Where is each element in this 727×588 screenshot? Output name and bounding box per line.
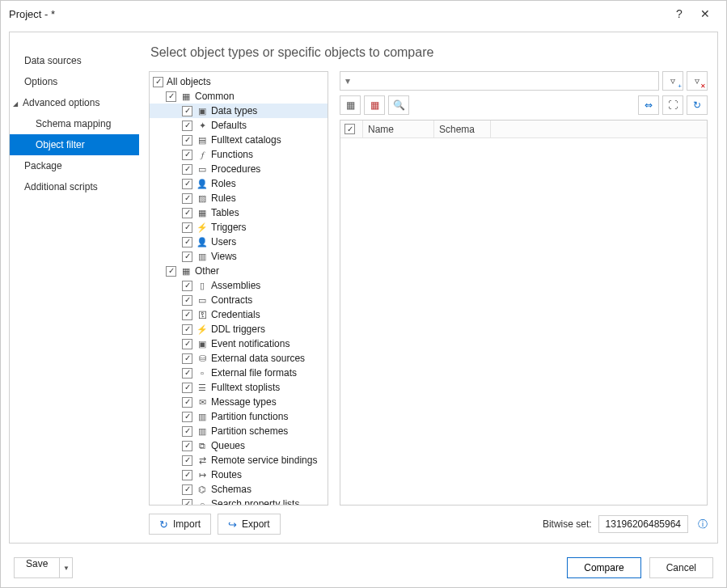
tree-node[interactable]: ⚡DDL triggers [150, 322, 328, 336]
tree-node[interactable]: ⇄Remote service bindings [150, 453, 328, 467]
filter-input[interactable]: ▾ [340, 71, 659, 91]
checkbox[interactable] [182, 397, 192, 408]
checkbox[interactable] [182, 252, 192, 262]
tree-node[interactable]: ▣Data types [150, 104, 328, 118]
checkbox[interactable] [182, 281, 192, 291]
tree-node[interactable]: ✦Defaults [150, 118, 328, 133]
tree-node[interactable]: ▯Assemblies [150, 278, 328, 293]
tree-node[interactable]: ▣Event notifications [150, 336, 328, 351]
tree-node[interactable]: ▭Contracts [150, 293, 328, 307]
import-label: Import [173, 518, 201, 530]
nav-data-sources[interactable]: Data sources [10, 50, 139, 71]
checkbox[interactable] [182, 310, 192, 320]
tree-node[interactable]: 👤Roles [150, 176, 328, 191]
tree-label: Common [195, 91, 235, 102]
tree-node[interactable]: ▫External file formats [150, 366, 328, 380]
checkbox[interactable] [182, 484, 192, 495]
tree-label: Remote service bindings [211, 455, 317, 466]
clear-filter-button[interactable]: ▿✕ [687, 71, 708, 91]
tree-node[interactable]: ▦Common [150, 89, 328, 104]
tree-node[interactable]: ▨Rules [150, 191, 328, 205]
tree-node[interactable]: ⌬Schemas [150, 482, 328, 497]
tree-node[interactable]: ⚡Triggers [150, 220, 328, 235]
checkbox[interactable] [153, 77, 163, 87]
checkbox[interactable] [182, 164, 192, 175]
save-button[interactable]: Save ▼ [14, 557, 73, 578]
tree-label: All objects [167, 76, 211, 87]
refresh-button[interactable]: ↻ [687, 95, 708, 115]
search-icon: 🔍 [393, 99, 405, 111]
search-button[interactable]: 🔍 [388, 95, 409, 115]
tree-node[interactable]: ▦Other [150, 264, 328, 278]
checkbox[interactable] [182, 295, 192, 306]
tree-node[interactable]: ✉Message types [150, 395, 328, 409]
tree-node[interactable]: 𝑓Functions [150, 147, 328, 162]
close-button[interactable]: ✕ [692, 7, 718, 20]
tree-node[interactable]: ☰Fulltext stoplists [150, 380, 328, 395]
checkbox[interactable] [182, 339, 192, 349]
checkbox[interactable] [182, 222, 192, 233]
tree-node[interactable]: ▥Views [150, 249, 328, 264]
nav-advanced-options[interactable]: Advanced options [10, 92, 139, 113]
checkbox[interactable] [166, 91, 176, 102]
type-icon: ▣ [196, 337, 209, 350]
nav-package[interactable]: Package [10, 155, 139, 176]
tree-node[interactable]: 👤Users [150, 235, 328, 249]
tree-node[interactable]: ▥Partition functions [150, 409, 328, 424]
grid-toggle-2-button[interactable]: ▦ [364, 95, 385, 115]
tree-node[interactable]: ⛁External data sources [150, 351, 328, 366]
header-checkbox[interactable] [344, 124, 355, 134]
nav-additional-scripts[interactable]: Additional scripts [10, 176, 139, 197]
results-grid[interactable]: Name Schema [340, 120, 708, 506]
tree-node[interactable]: ↦Routes [150, 467, 328, 482]
cancel-button[interactable]: Cancel [649, 557, 713, 578]
nav-schema-mapping[interactable]: Schema mapping [10, 113, 139, 134]
checkbox[interactable] [182, 470, 192, 480]
funnel-icon: ▾ [345, 75, 350, 87]
nav-object-filter[interactable]: Object filter [10, 134, 139, 155]
checkbox[interactable] [182, 193, 192, 204]
grid-toggle-1-button[interactable]: ▦ [340, 95, 361, 115]
checkbox[interactable] [182, 106, 192, 116]
checkbox[interactable] [182, 368, 192, 379]
nav-options[interactable]: Options [10, 71, 139, 92]
select-all-button[interactable]: ⛶ [662, 95, 683, 115]
checkbox[interactable] [182, 324, 192, 335]
import-button[interactable]: ↻ Import [149, 514, 211, 535]
checkbox[interactable] [182, 426, 192, 437]
tree-node[interactable]: ⌕Search property lists [150, 497, 328, 505]
help-button[interactable]: ? [666, 7, 692, 20]
checkbox[interactable] [182, 383, 192, 393]
checkbox[interactable] [182, 455, 192, 466]
tree-node[interactable]: ⚿Credentials [150, 307, 328, 322]
checkbox[interactable] [182, 135, 192, 146]
tree-node[interactable]: ⧉Queues [150, 438, 328, 453]
checkbox[interactable] [182, 353, 192, 364]
checkbox[interactable] [182, 441, 192, 451]
tree-node[interactable]: ▥Partition schemes [150, 424, 328, 438]
fit-width-button[interactable]: ⇔ [638, 95, 659, 115]
save-filter-button[interactable]: ▿+ [662, 71, 683, 91]
checkbox[interactable] [182, 499, 192, 506]
column-name[interactable]: Name [363, 121, 434, 137]
tree-node[interactable]: ▤Fulltext catalogs [150, 133, 328, 147]
tree-label: Views [211, 251, 237, 262]
export-button[interactable]: ↪ Export [218, 514, 281, 535]
checkbox[interactable] [182, 150, 192, 160]
save-dropdown[interactable]: ▼ [59, 558, 72, 577]
checkbox[interactable] [166, 266, 176, 277]
checkbox[interactable] [182, 121, 192, 131]
info-icon[interactable]: ⓘ [698, 518, 708, 531]
tree-node[interactable]: ▭Procedures [150, 162, 328, 176]
checkbox[interactable] [182, 237, 192, 247]
column-schema[interactable]: Schema [434, 121, 491, 137]
checkbox[interactable] [182, 179, 192, 189]
refresh-icon: ↻ [693, 99, 701, 111]
checkbox[interactable] [182, 208, 192, 218]
type-icon: ⌬ [196, 483, 209, 496]
object-tree[interactable]: All objects▦Common▣Data types✦Defaults▤F… [149, 71, 328, 506]
checkbox[interactable] [182, 412, 192, 422]
compare-button[interactable]: Compare [567, 557, 640, 578]
tree-node[interactable]: All objects [150, 74, 328, 89]
tree-node[interactable]: ▦Tables [150, 205, 328, 220]
